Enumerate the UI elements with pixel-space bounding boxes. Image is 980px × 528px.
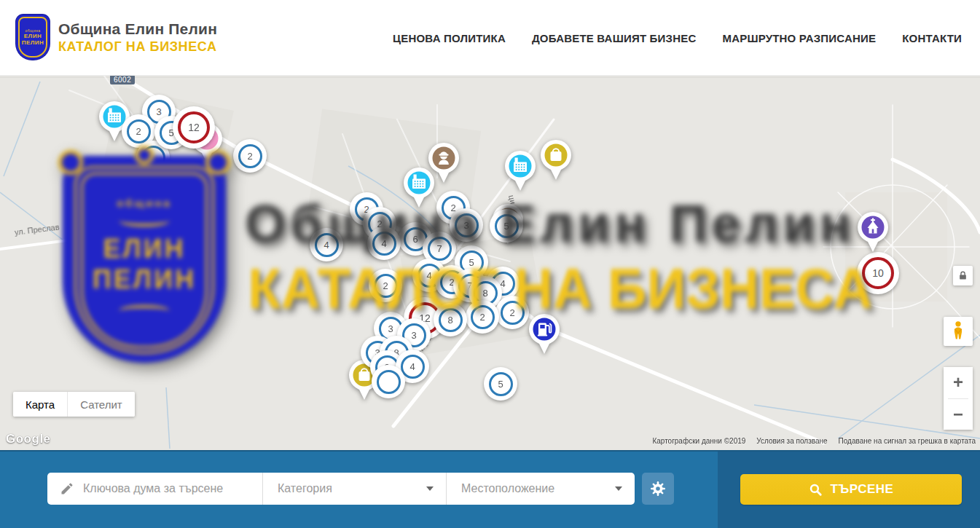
- factory-pin[interactable]: [402, 167, 436, 209]
- cluster-count: 5: [503, 221, 509, 232]
- nav-item-3[interactable]: КОНТАКТИ: [902, 32, 962, 44]
- map-cluster-marker[interactable]: 2: [466, 300, 499, 334]
- logo-line1: ЕЛИН: [24, 33, 42, 39]
- category-select[interactable]: Категория: [263, 473, 446, 505]
- cluster-count: 8: [447, 315, 452, 326]
- factory-pin[interactable]: [503, 150, 537, 192]
- advanced-settings-button[interactable]: [642, 473, 674, 505]
- pencil-icon: [60, 481, 74, 496]
- search-button-label: ТЪРСЕНЕ: [831, 482, 894, 497]
- brand[interactable]: община ЕЛИН ПЕЛИН Община Елин Пелин КАТА…: [16, 15, 217, 60]
- cluster-count: 4: [324, 240, 329, 251]
- chevron-down-icon: [615, 486, 622, 491]
- nav-item-1[interactable]: ДОБАВЕТЕ ВАШИЯТ БИЗНЕС: [532, 32, 696, 44]
- cluster-count: 4: [409, 361, 415, 372]
- cluster-count: 8: [482, 288, 487, 299]
- search-button[interactable]: ТЪРСЕНЕ: [740, 474, 962, 505]
- cluster-count: 12: [188, 122, 200, 133]
- brand-text: Община Елин Пелин КАТАЛОГ НА БИЗНЕСА: [58, 20, 217, 55]
- attribution-link[interactable]: Подаване на сигнал за грешка в картата: [839, 437, 976, 445]
- fuel-pin[interactable]: [528, 313, 561, 355]
- search-bar: Категория Местоположение: [47, 473, 635, 505]
- cluster-count: 4: [381, 238, 386, 249]
- cluster-count: 3: [463, 220, 469, 231]
- map-cluster-marker[interactable]: 2: [495, 296, 529, 329]
- zoom-out-button[interactable]: −: [944, 399, 973, 430]
- search-panel: Категория Местоположение: [0, 450, 980, 528]
- zoom-in-button[interactable]: +: [944, 367, 973, 398]
- street-label: 6002: [110, 76, 135, 84]
- map-cluster-marker[interactable]: 2: [233, 139, 267, 173]
- cluster-count: 2: [479, 312, 485, 323]
- cluster-count: 5: [498, 379, 503, 390]
- attribution-text: Картографски данни ©2019: [652, 437, 745, 445]
- map-cluster-marker[interactable]: 5: [490, 209, 523, 243]
- pegman-button[interactable]: [944, 317, 973, 346]
- lock-button[interactable]: [953, 266, 973, 285]
- municipality-logo: община ЕЛИН ПЕЛИН: [16, 15, 50, 60]
- location-select[interactable]: Местоположение: [447, 473, 635, 505]
- map-canvas[interactable]: 6002ул. Преславбул. „Новоселци 325122222…: [0, 76, 980, 450]
- pegman-icon: [949, 320, 968, 342]
- map-cluster-marker[interactable]: 8: [434, 303, 467, 336]
- church-icon: [856, 211, 890, 253]
- header: община ЕЛИН ПЕЛИН Община Елин Пелин КАТА…: [0, 0, 980, 76]
- bag-icon: [539, 139, 573, 181]
- cluster-count: 5: [469, 257, 474, 268]
- factory-icon: [503, 150, 537, 192]
- logo-top-text: община: [25, 28, 40, 33]
- map-attribution: Картографски данни ©2019Условия за ползв…: [652, 437, 976, 445]
- google-logo[interactable]: Google: [6, 432, 51, 446]
- nav-item-2[interactable]: МАРШРУТНО РАЗПИСАНИЕ: [722, 32, 876, 44]
- location-select-label: Местоположение: [461, 482, 554, 495]
- page: община ЕЛИН ПЕЛИН Община Елин Пелин КАТА…: [0, 0, 980, 528]
- map-type-button[interactable]: Карта: [13, 392, 67, 417]
- map-cluster-marker[interactable]: 10: [857, 252, 899, 294]
- site-title: Община Елин Пелин: [58, 20, 217, 38]
- keyword-search-input[interactable]: [83, 482, 262, 495]
- cluster-count: 4: [426, 270, 431, 281]
- chevron-down-icon: [426, 486, 434, 491]
- cluster-count: 3: [411, 330, 416, 341]
- cluster-count: 3: [388, 323, 393, 334]
- church-pin[interactable]: [856, 211, 890, 253]
- map-cluster-marker[interactable]: 4: [367, 226, 401, 260]
- map-cluster-marker[interactable]: 2: [369, 269, 402, 302]
- cluster-count: 3: [156, 106, 161, 117]
- gear-icon: [649, 480, 667, 497]
- nav-item-0[interactable]: ЦЕНОВА ПОЛИТИКА: [393, 32, 506, 44]
- map-cluster-marker[interactable]: 5: [484, 367, 517, 401]
- satellite-type-button[interactable]: Сателит: [67, 392, 135, 417]
- cluster-count: 2: [509, 307, 514, 318]
- cluster-count: 10: [872, 267, 884, 279]
- map-type-control: Карта Сателит: [13, 392, 135, 417]
- logo-line2: ПЕЛИН: [22, 39, 44, 46]
- shopping-pin[interactable]: [539, 139, 573, 181]
- keyword-field-wrap: [47, 473, 262, 505]
- category-select-label: Категория: [278, 482, 332, 495]
- search-icon: [809, 483, 823, 497]
- map-cluster-marker[interactable]: 3: [450, 208, 483, 242]
- cluster-count: 6: [412, 234, 418, 245]
- fuel-icon: [528, 313, 561, 355]
- map-cluster-marker[interactable]: 12: [173, 106, 215, 149]
- main-nav: ЦЕНОВА ПОЛИТИКАДОБАВЕТЕ ВАШИЯТ БИЗНЕСМАР…: [393, 0, 962, 76]
- factory-icon: [402, 167, 436, 209]
- cluster-count: 2: [247, 151, 252, 162]
- cluster-count: 7: [436, 243, 442, 254]
- cluster-count: 2: [383, 280, 388, 291]
- cluster-count: 2: [136, 126, 141, 137]
- zoom-control: + −: [944, 367, 973, 430]
- attribution-link[interactable]: Условия за ползване: [756, 437, 827, 445]
- lock-icon: [958, 271, 968, 280]
- site-subtitle: КАТАЛОГ НА БИЗНЕСА: [58, 39, 217, 55]
- map-cluster-marker[interactable]: [372, 365, 405, 398]
- map-cluster-marker[interactable]: 4: [310, 228, 343, 261]
